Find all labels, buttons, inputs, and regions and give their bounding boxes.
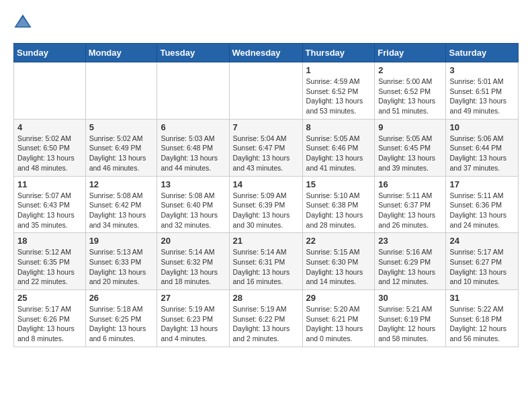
day-info: Sunrise: 5:22 AM Sunset: 6:18 PM Dayligh… xyxy=(449,304,515,344)
calendar-cell: 14Sunrise: 5:09 AM Sunset: 6:39 PM Dayli… xyxy=(229,176,302,233)
day-number: 23 xyxy=(378,236,442,246)
day-info: Sunrise: 5:21 AM Sunset: 6:19 PM Dayligh… xyxy=(378,304,442,344)
day-number: 31 xyxy=(449,293,515,303)
day-number: 30 xyxy=(378,293,442,303)
day-number: 9 xyxy=(378,122,442,132)
week-row-5: 25Sunrise: 5:17 AM Sunset: 6:26 PM Dayli… xyxy=(14,290,519,347)
header-row: SundayMondayTuesdayWednesdayThursdayFrid… xyxy=(14,44,519,62)
calendar-cell: 30Sunrise: 5:21 AM Sunset: 6:19 PM Dayli… xyxy=(375,290,446,347)
calendar-table: SundayMondayTuesdayWednesdayThursdayFrid… xyxy=(13,43,519,347)
day-number: 1 xyxy=(306,65,371,75)
logo-icon xyxy=(13,13,32,32)
day-info: Sunrise: 5:20 AM Sunset: 6:21 PM Dayligh… xyxy=(306,304,371,344)
calendar-cell: 5Sunrise: 5:02 AM Sunset: 6:49 PM Daylig… xyxy=(85,119,157,176)
calendar-cell: 15Sunrise: 5:10 AM Sunset: 6:38 PM Dayli… xyxy=(302,176,375,233)
day-number: 11 xyxy=(17,179,82,189)
calendar-cell xyxy=(229,62,302,120)
day-number: 21 xyxy=(233,236,299,246)
day-info: Sunrise: 5:14 AM Sunset: 6:31 PM Dayligh… xyxy=(233,247,299,287)
page-header xyxy=(13,13,519,32)
day-info: Sunrise: 5:13 AM Sunset: 6:33 PM Dayligh… xyxy=(89,247,154,287)
day-number: 18 xyxy=(17,236,82,246)
day-number: 20 xyxy=(161,236,225,246)
day-number: 22 xyxy=(306,236,371,246)
day-header-sunday: Sunday xyxy=(14,44,86,62)
day-number: 4 xyxy=(17,122,82,132)
calendar-cell: 12Sunrise: 5:08 AM Sunset: 6:42 PM Dayli… xyxy=(85,176,157,233)
day-number: 28 xyxy=(233,293,299,303)
calendar-cell: 11Sunrise: 5:07 AM Sunset: 6:43 PM Dayli… xyxy=(14,176,86,233)
day-info: Sunrise: 4:59 AM Sunset: 6:52 PM Dayligh… xyxy=(306,77,371,116)
calendar-cell: 16Sunrise: 5:11 AM Sunset: 6:37 PM Dayli… xyxy=(375,176,446,233)
week-row-2: 4Sunrise: 5:02 AM Sunset: 6:50 PM Daylig… xyxy=(14,119,519,176)
day-info: Sunrise: 5:17 AM Sunset: 6:27 PM Dayligh… xyxy=(449,247,515,287)
day-number: 8 xyxy=(306,122,371,132)
calendar-cell xyxy=(85,62,157,120)
day-number: 19 xyxy=(89,236,154,246)
day-number: 25 xyxy=(17,293,82,303)
calendar-cell: 4Sunrise: 5:02 AM Sunset: 6:50 PM Daylig… xyxy=(14,119,86,176)
day-info: Sunrise: 5:03 AM Sunset: 6:48 PM Dayligh… xyxy=(161,134,225,173)
calendar-cell: 29Sunrise: 5:20 AM Sunset: 6:21 PM Dayli… xyxy=(302,290,375,347)
day-number: 6 xyxy=(161,122,225,132)
calendar-cell: 8Sunrise: 5:05 AM Sunset: 6:46 PM Daylig… xyxy=(302,119,375,176)
day-info: Sunrise: 5:16 AM Sunset: 6:29 PM Dayligh… xyxy=(378,247,442,287)
calendar-cell: 27Sunrise: 5:19 AM Sunset: 6:23 PM Dayli… xyxy=(157,290,229,347)
day-number: 3 xyxy=(449,65,515,75)
day-number: 10 xyxy=(449,122,515,132)
day-info: Sunrise: 5:19 AM Sunset: 6:23 PM Dayligh… xyxy=(161,304,225,344)
calendar-cell: 6Sunrise: 5:03 AM Sunset: 6:48 PM Daylig… xyxy=(157,119,229,176)
calendar-cell: 24Sunrise: 5:17 AM Sunset: 6:27 PM Dayli… xyxy=(446,233,519,290)
day-info: Sunrise: 5:08 AM Sunset: 6:40 PM Dayligh… xyxy=(161,191,225,230)
day-number: 16 xyxy=(378,179,442,189)
day-info: Sunrise: 5:09 AM Sunset: 6:39 PM Dayligh… xyxy=(233,191,299,230)
calendar-cell: 20Sunrise: 5:14 AM Sunset: 6:32 PM Dayli… xyxy=(157,233,229,290)
calendar-cell: 1Sunrise: 4:59 AM Sunset: 6:52 PM Daylig… xyxy=(302,62,375,120)
day-number: 29 xyxy=(306,293,371,303)
calendar-cell: 3Sunrise: 5:01 AM Sunset: 6:51 PM Daylig… xyxy=(446,62,519,120)
calendar-cell: 22Sunrise: 5:15 AM Sunset: 6:30 PM Dayli… xyxy=(302,233,375,290)
day-number: 5 xyxy=(89,122,154,132)
day-number: 26 xyxy=(89,293,154,303)
calendar-cell: 17Sunrise: 5:11 AM Sunset: 6:36 PM Dayli… xyxy=(446,176,519,233)
calendar-cell: 9Sunrise: 5:05 AM Sunset: 6:45 PM Daylig… xyxy=(375,119,446,176)
calendar-cell: 25Sunrise: 5:17 AM Sunset: 6:26 PM Dayli… xyxy=(14,290,86,347)
day-info: Sunrise: 5:05 AM Sunset: 6:46 PM Dayligh… xyxy=(306,134,371,173)
day-number: 15 xyxy=(306,179,371,189)
day-info: Sunrise: 5:11 AM Sunset: 6:36 PM Dayligh… xyxy=(449,191,515,230)
week-row-1: 1Sunrise: 4:59 AM Sunset: 6:52 PM Daylig… xyxy=(14,62,519,120)
logo xyxy=(13,13,35,32)
week-row-4: 18Sunrise: 5:12 AM Sunset: 6:35 PM Dayli… xyxy=(14,233,519,290)
day-info: Sunrise: 5:10 AM Sunset: 6:38 PM Dayligh… xyxy=(306,191,371,230)
day-number: 13 xyxy=(161,179,225,189)
calendar-cell: 13Sunrise: 5:08 AM Sunset: 6:40 PM Dayli… xyxy=(157,176,229,233)
calendar-cell: 18Sunrise: 5:12 AM Sunset: 6:35 PM Dayli… xyxy=(14,233,86,290)
calendar-cell: 2Sunrise: 5:00 AM Sunset: 6:52 PM Daylig… xyxy=(375,62,446,120)
day-header-tuesday: Tuesday xyxy=(157,44,229,62)
calendar-cell: 21Sunrise: 5:14 AM Sunset: 6:31 PM Dayli… xyxy=(229,233,302,290)
day-info: Sunrise: 5:04 AM Sunset: 6:47 PM Dayligh… xyxy=(233,134,299,173)
day-info: Sunrise: 5:11 AM Sunset: 6:37 PM Dayligh… xyxy=(378,191,442,230)
calendar-cell: 31Sunrise: 5:22 AM Sunset: 6:18 PM Dayli… xyxy=(446,290,519,347)
calendar-cell: 19Sunrise: 5:13 AM Sunset: 6:33 PM Dayli… xyxy=(85,233,157,290)
day-info: Sunrise: 5:07 AM Sunset: 6:43 PM Dayligh… xyxy=(17,191,82,230)
day-info: Sunrise: 5:17 AM Sunset: 6:26 PM Dayligh… xyxy=(17,304,82,344)
day-header-thursday: Thursday xyxy=(302,44,375,62)
week-row-3: 11Sunrise: 5:07 AM Sunset: 6:43 PM Dayli… xyxy=(14,176,519,233)
day-header-saturday: Saturday xyxy=(446,44,519,62)
day-info: Sunrise: 5:06 AM Sunset: 6:44 PM Dayligh… xyxy=(449,134,515,173)
calendar-cell: 10Sunrise: 5:06 AM Sunset: 6:44 PM Dayli… xyxy=(446,119,519,176)
day-info: Sunrise: 5:14 AM Sunset: 6:32 PM Dayligh… xyxy=(161,247,225,287)
calendar-cell xyxy=(157,62,229,120)
day-info: Sunrise: 5:05 AM Sunset: 6:45 PM Dayligh… xyxy=(378,134,442,173)
day-number: 14 xyxy=(233,179,299,189)
day-number: 2 xyxy=(378,65,442,75)
day-header-monday: Monday xyxy=(85,44,157,62)
day-number: 24 xyxy=(449,236,515,246)
day-info: Sunrise: 5:12 AM Sunset: 6:35 PM Dayligh… xyxy=(17,247,82,287)
calendar-cell: 26Sunrise: 5:18 AM Sunset: 6:25 PM Dayli… xyxy=(85,290,157,347)
day-number: 17 xyxy=(449,179,515,189)
day-number: 12 xyxy=(89,179,154,189)
day-header-friday: Friday xyxy=(375,44,446,62)
day-info: Sunrise: 5:01 AM Sunset: 6:51 PM Dayligh… xyxy=(449,77,515,116)
